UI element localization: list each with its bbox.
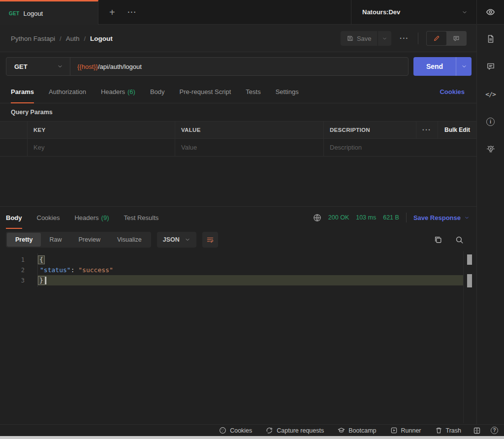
save-label: Save <box>357 35 372 42</box>
send-button[interactable]: Send <box>413 57 456 76</box>
code-snippet-button[interactable]: </> <box>481 84 501 104</box>
save-icon <box>346 35 353 42</box>
breadcrumb-separator: / <box>60 35 62 42</box>
comment-mode-button[interactable] <box>446 31 466 45</box>
tab-response-body[interactable]: Body <box>6 207 22 228</box>
param-value-input[interactable] <box>181 144 316 151</box>
tab-authorization[interactable]: Authorization <box>49 81 86 103</box>
bootcamp-button[interactable]: Bootcamp <box>338 427 376 434</box>
info-icon: i <box>486 118 495 126</box>
url-input[interactable]: {{host}}/api/auth/logout <box>70 63 408 70</box>
cookies-manager-button[interactable]: Cookies <box>219 427 252 434</box>
edit-mode-button[interactable] <box>427 31 446 45</box>
new-tab-button[interactable]: + <box>109 7 115 17</box>
send-options-button[interactable] <box>456 57 472 76</box>
bulk-edit-button[interactable]: Bulk Edit <box>438 122 476 138</box>
response-time: 103 ms <box>356 214 376 221</box>
capture-requests-button[interactable]: Capture requests <box>266 427 324 434</box>
cookie-icon <box>219 427 226 434</box>
tab-params[interactable]: Params <box>11 81 34 103</box>
search-icon[interactable] <box>455 236 464 244</box>
breadcrumb-folder[interactable]: Auth <box>66 35 80 42</box>
runner-button[interactable]: Runner <box>390 427 421 434</box>
column-header-value: VALUE <box>181 127 201 133</box>
tab-label: Tests <box>246 88 260 95</box>
tab-label: Test Results <box>124 214 159 221</box>
environment-quick-look[interactable] <box>476 0 504 24</box>
line-number: 1 <box>0 256 25 263</box>
format-dropdown[interactable]: JSON <box>157 232 196 248</box>
copy-icon[interactable] <box>434 236 442 244</box>
tab-bar-actions: + ••• <box>98 0 351 24</box>
url-container: GET {{host}}/api/auth/logout <box>6 57 409 76</box>
response-body-editor[interactable]: 1 { 2 "status": "success" 3 } <box>0 251 476 423</box>
tab-response-headers[interactable]: Headers(9) <box>74 207 109 228</box>
tab-label: Body <box>6 214 22 221</box>
editor-scrollbar[interactable] <box>463 251 476 423</box>
response-status: 200 OK <box>328 214 349 221</box>
code-line-1: 1 { <box>0 254 457 265</box>
documentation-button[interactable] <box>481 29 501 49</box>
document-icon <box>486 34 495 43</box>
breadcrumb-collection[interactable]: Python Fastapi <box>11 35 55 42</box>
chevron-down-icon <box>462 9 468 15</box>
scroll-marker <box>467 274 472 287</box>
query-params-header-row: KEY VALUE DESCRIPTION ••• Bulk Edit <box>0 121 476 139</box>
scroll-marker <box>467 254 472 265</box>
environment-selector[interactable]: Natours:Dev <box>351 0 476 24</box>
view-visualize[interactable]: Visualize <box>109 233 150 247</box>
meta-divider <box>406 213 407 222</box>
response-view-bar: Pretty Raw Preview Visualize JSON <box>0 228 476 251</box>
tab-label: Authorization <box>49 88 86 95</box>
breadcrumb-request-name[interactable]: Logout <box>90 35 113 42</box>
status-bar-items: Cookies Capture requests Bootcamp Runner <box>219 427 461 434</box>
tab-label: Headers <box>101 88 125 95</box>
help-icon[interactable]: ? <box>491 427 498 434</box>
footer-label: Trash <box>446 427 462 434</box>
eye-icon <box>486 7 495 17</box>
tab-headers[interactable]: Headers(6) <box>101 81 135 103</box>
comment-icon <box>486 62 495 71</box>
view-pretty[interactable]: Pretty <box>7 233 41 247</box>
cookies-link[interactable]: Cookies <box>440 88 476 95</box>
request-tab-logout[interactable]: GET Logout <box>0 0 98 25</box>
request-options-button[interactable]: ••• <box>400 36 409 41</box>
request-tabs: Params Authorization Headers(6) Body Pre… <box>0 81 476 103</box>
view-raw[interactable]: Raw <box>41 233 70 247</box>
network-globe-icon[interactable] <box>313 214 321 222</box>
save-response-button[interactable]: Save Response <box>413 214 470 221</box>
chevron-down-icon <box>57 63 63 69</box>
postman-app: GET Logout + ••• Natours:Dev Python Fast… <box>0 0 504 439</box>
tab-options-button[interactable]: ••• <box>128 10 137 15</box>
param-description-input[interactable] <box>330 144 469 151</box>
two-pane-layout-icon[interactable] <box>473 427 481 435</box>
method-dropdown[interactable]: GET <box>6 58 70 75</box>
tab-test-results[interactable]: Test Results <box>124 207 159 228</box>
tab-settings[interactable]: Settings <box>276 81 299 103</box>
pull-request-tips-button[interactable] <box>481 139 501 159</box>
save-options-button[interactable] <box>378 31 391 46</box>
tab-response-cookies[interactable]: Cookies <box>37 207 60 228</box>
response-meta: 200 OK 103 ms 621 B Save Response <box>313 213 476 222</box>
tab-label: Pre-request Script <box>180 88 231 95</box>
tab-pre-request-script[interactable]: Pre-request Script <box>180 81 231 103</box>
query-params-table: KEY VALUE DESCRIPTION ••• Bulk Edit <box>0 121 476 157</box>
save-button[interactable]: Save <box>341 31 378 46</box>
close-brace: } <box>38 276 45 285</box>
view-preview[interactable]: Preview <box>70 233 108 247</box>
param-key-input[interactable] <box>33 144 168 151</box>
tab-tests[interactable]: Tests <box>246 81 260 103</box>
response-tools <box>434 236 476 244</box>
column-header-description: DESCRIPTION <box>330 127 370 133</box>
trash-button[interactable]: Trash <box>435 427 462 434</box>
runner-icon <box>390 427 398 434</box>
tab-body[interactable]: Body <box>150 81 165 103</box>
footer-label: Capture requests <box>277 427 324 434</box>
pencil-icon <box>433 35 440 42</box>
response-tabs: Body Cookies Headers(9) Test Results 200… <box>0 206 476 228</box>
info-button[interactable]: i <box>481 112 501 131</box>
comments-button[interactable] <box>481 57 501 76</box>
wrap-text-button[interactable] <box>202 232 218 248</box>
trash-icon <box>435 427 442 434</box>
params-options-button[interactable]: ••• <box>416 122 438 138</box>
